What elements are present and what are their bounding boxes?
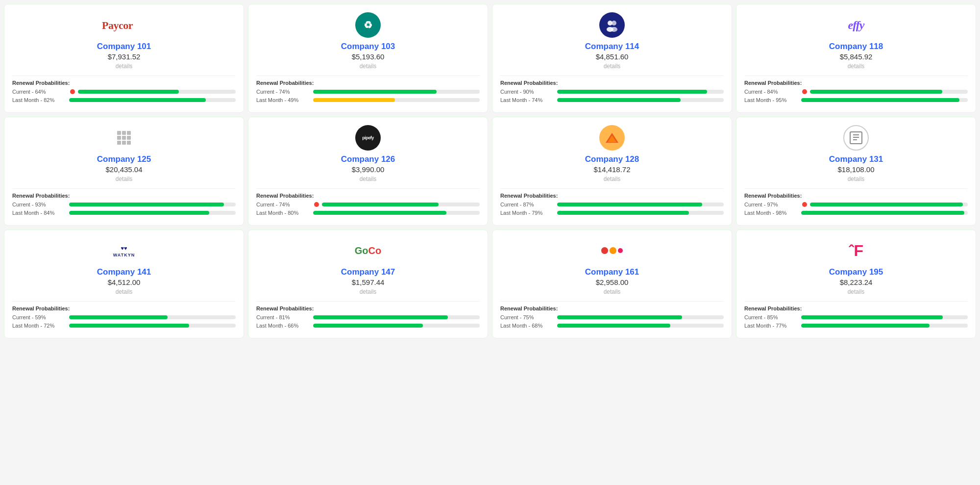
last-month-bar-fill	[69, 324, 189, 328]
company-name: Company 131	[829, 154, 883, 164]
details-link[interactable]: details	[116, 176, 133, 182]
last-month-bar-container	[557, 211, 724, 215]
renewal-section: Renewal Probabilities:Current - 59%Last …	[12, 301, 236, 331]
renewal-label: Renewal Probabilities:	[500, 80, 724, 86]
last-month-bar-container	[801, 324, 968, 328]
current-bar-fill	[801, 315, 943, 319]
current-bar-row: Current - 64%	[12, 89, 236, 95]
company-logo: pipefy	[355, 125, 381, 151]
details-link[interactable]: details	[360, 288, 377, 295]
details-link[interactable]: details	[848, 63, 865, 70]
current-bar-fill	[322, 203, 439, 206]
last-month-bar-row: Last Month - 77%	[744, 323, 968, 329]
current-bar-container	[69, 315, 236, 319]
last-month-bar-label: Last Month - 66%	[256, 323, 310, 329]
last-month-bar-row: Last Month - 95%	[744, 97, 968, 103]
last-month-bar-label: Last Month - 95%	[744, 97, 798, 103]
renewal-section: Renewal Probabilities:Current - 93%Last …	[12, 188, 236, 218]
details-link[interactable]: details	[360, 63, 377, 70]
details-link[interactable]: details	[116, 63, 133, 70]
details-link[interactable]: details	[360, 176, 377, 182]
company-logo	[599, 12, 625, 38]
last-month-bar-row: Last Month - 79%	[500, 210, 724, 216]
current-bar-fill	[69, 315, 168, 319]
last-month-bar-fill	[313, 98, 395, 102]
last-month-bar-fill	[557, 211, 689, 215]
company-logo: GoCo	[355, 238, 381, 263]
current-bar-fill	[557, 315, 682, 319]
last-month-bar-container	[69, 98, 236, 102]
renewal-label: Renewal Probabilities:	[12, 193, 236, 199]
company-amount: $5,193.60	[352, 52, 385, 61]
company-logo: ♻	[355, 12, 381, 38]
renewal-section: Renewal Probabilities:Current - 74%Last …	[256, 76, 480, 105]
last-month-bar-label: Last Month - 68%	[500, 323, 554, 329]
renewal-section: Renewal Probabilities:Current - 81%Last …	[256, 301, 480, 331]
current-bar-fill	[313, 90, 437, 94]
current-bar-row: Current - 84%	[744, 89, 968, 95]
last-month-bar-label: Last Month - 72%	[12, 323, 66, 329]
current-bar-fill	[69, 203, 224, 206]
current-bar-label: Current - 85%	[744, 314, 798, 320]
current-bar-fill	[810, 90, 942, 94]
last-month-bar-fill	[801, 211, 964, 215]
company-name: Company 195	[829, 267, 883, 277]
current-bar-label: Current - 84%	[744, 89, 798, 95]
company-amount: $7,931.52	[108, 52, 141, 61]
current-bar-row: Current - 59%	[12, 314, 236, 320]
last-month-bar-label: Last Month - 80%	[256, 210, 310, 216]
last-month-bar-row: Last Month - 49%	[256, 97, 480, 103]
details-link[interactable]: details	[848, 176, 865, 182]
current-bar-label: Current - 64%	[12, 89, 66, 95]
svg-text:♻: ♻	[364, 20, 372, 30]
last-month-bar-container	[313, 324, 480, 328]
company-amount: $2,958.00	[596, 278, 629, 286]
company-name: Company 141	[97, 267, 151, 277]
current-bar-row: Current - 74%	[256, 89, 480, 95]
company-name: Company 101	[97, 42, 151, 51]
renewal-section: Renewal Probabilities:Current - 87%Last …	[500, 188, 724, 218]
svg-text:♥♥: ♥♥	[121, 245, 127, 251]
current-bar-label: Current - 74%	[256, 89, 310, 95]
current-bar-row: Current - 85%	[744, 314, 968, 320]
renewal-section: Renewal Probabilities:Current - 90%Last …	[500, 76, 724, 105]
current-bar-row: Current - 74%	[256, 202, 480, 207]
renewal-label: Renewal Probabilities:	[256, 193, 480, 199]
current-bar-container	[557, 203, 724, 206]
renewal-label: Renewal Probabilities:	[744, 306, 968, 311]
company-logo	[601, 238, 623, 263]
last-month-bar-row: Last Month - 74%	[500, 97, 724, 103]
card-company-147: GoCoCompany 147$1,597.44detailsRenewal P…	[248, 230, 488, 338]
renewal-section: Renewal Probabilities:Current - 64%Last …	[12, 76, 236, 105]
details-link[interactable]: details	[116, 288, 133, 295]
card-company-126: pipefyCompany 126$3,990.00detailsRenewal…	[248, 117, 488, 226]
current-bar-label: Current - 97%	[744, 202, 798, 207]
company-name: Company 125	[97, 154, 151, 164]
last-month-bar-container	[557, 98, 724, 102]
alert-icon	[802, 89, 807, 94]
last-month-bar-label: Last Month - 98%	[744, 210, 798, 216]
company-logo: effy	[848, 12, 864, 38]
company-amount: $8,223.24	[840, 278, 873, 286]
renewal-label: Renewal Probabilities:	[500, 193, 724, 199]
company-name: Company 147	[341, 267, 395, 277]
last-month-bar-container	[313, 211, 480, 215]
company-name: Company 114	[585, 42, 639, 51]
current-bar-fill	[557, 90, 707, 94]
renewal-label: Renewal Probabilities:	[12, 80, 236, 86]
renewal-section: Renewal Probabilities:Current - 84%Last …	[744, 76, 968, 105]
renewal-label: Renewal Probabilities:	[500, 306, 724, 311]
current-bar-fill	[78, 90, 179, 94]
alert-icon	[70, 89, 75, 94]
last-month-bar-container	[801, 98, 968, 102]
current-bar-fill	[557, 203, 702, 206]
renewal-label: Renewal Probabilities:	[744, 80, 968, 86]
last-month-bar-fill	[313, 211, 446, 215]
details-link[interactable]: details	[604, 288, 621, 295]
details-link[interactable]: details	[848, 288, 865, 295]
current-bar-label: Current - 90%	[500, 89, 554, 95]
current-bar-row: Current - 75%	[500, 314, 724, 320]
current-bar-container	[313, 90, 480, 94]
details-link[interactable]: details	[604, 176, 621, 182]
details-link[interactable]: details	[604, 63, 621, 70]
